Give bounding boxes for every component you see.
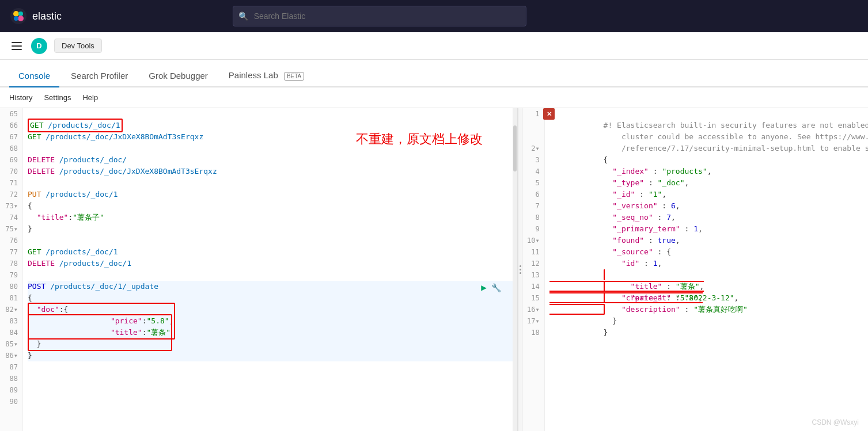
error-banner: ✕: [543, 108, 555, 120]
elastic-logo-icon: [9, 7, 28, 25]
code-line: }: [28, 223, 513, 235]
hamburger-line: [12, 42, 22, 43]
oln: 13: [527, 269, 540, 281]
code-area[interactable]: GET /products/_doc/1 GET /products/_doc/…: [23, 108, 517, 431]
ln: 70: [5, 166, 18, 177]
oln: 1: [527, 108, 540, 120]
output-panel: ✕ 1 2▾ 3 4 5 6 7 8 9 10▾ 11: [522, 108, 868, 431]
output-content: 1 2▾ 3 4 5 6 7 8 9 10▾ 11 12 13 14 1: [522, 108, 868, 431]
tab-grok-debugger[interactable]: Grok Debugger: [139, 65, 217, 87]
wrench-icon[interactable]: 🔧: [491, 282, 501, 293]
beta-badge: BETA: [284, 72, 304, 81]
search-bar[interactable]: 🔍: [233, 6, 526, 26]
ln: 89: [5, 384, 18, 396]
ln: 84: [5, 327, 18, 338]
code-line: [28, 384, 513, 396]
hamburger-line: [12, 45, 22, 47]
output-line: #! Elasticsearch built-in security featu…: [549, 108, 863, 120]
code-line: GET /products/_doc/1: [28, 246, 513, 258]
watermark: CSDN @Wsxyi: [812, 418, 859, 426]
code-line: [28, 269, 513, 281]
ln: 71: [5, 177, 18, 189]
logo: elastic: [9, 7, 62, 25]
svg-point-2: [18, 12, 23, 16]
oln: 8: [527, 212, 540, 223]
oln: 7: [527, 200, 540, 212]
redbox-highlight: GET /products/_doc/1: [28, 119, 123, 132]
code-line: DELETE /products/_doc/: [28, 154, 513, 166]
action-icons: ▶ 🔧: [481, 282, 501, 293]
oln: 3: [527, 154, 540, 166]
code-line-active: POST /products/_doc/1/_update ▶ 🔧: [28, 281, 513, 292]
search-input[interactable]: [233, 6, 526, 26]
navbar: elastic 🔍: [0, 0, 868, 32]
help-button[interactable]: Help: [82, 93, 98, 102]
code-line: "title":"薯条": [28, 327, 513, 338]
code-line: [28, 361, 513, 373]
svg-point-3: [18, 16, 24, 21]
ln: 75▾: [5, 223, 18, 235]
code-line: [28, 235, 513, 246]
svg-point-4: [14, 16, 18, 21]
ln: 87: [5, 361, 18, 373]
redbox-highlight3: "title":"薯条": [28, 314, 172, 351]
code-line: }: [28, 350, 513, 361]
ln: 74: [5, 212, 18, 223]
code-line: PUT /products/_doc/1: [28, 189, 513, 200]
code-line: GET /products/_doc/1: [28, 120, 513, 131]
line-numbers: 65 66 67 68 69 70 71 72 73▾ 74 75▾ 76 77…: [0, 108, 23, 431]
history-button[interactable]: History: [9, 93, 32, 102]
ln: 65: [5, 108, 18, 120]
oln: [527, 120, 540, 131]
ln: 90: [5, 396, 18, 407]
dev-tools-button[interactable]: Dev Tools: [54, 39, 102, 53]
tab-search-profiler[interactable]: Search Profiler: [62, 65, 137, 87]
editor-lines: 65 66 67 68 69 70 71 72 73▾ 74 75▾ 76 77…: [0, 108, 517, 431]
ln: 69: [5, 154, 18, 166]
code-line: [28, 396, 513, 407]
ln: 80: [5, 281, 18, 292]
editor-content[interactable]: 65 66 67 68 69 70 71 72 73▾ 74 75▾ 76 77…: [0, 108, 517, 431]
main-area: 65 66 67 68 69 70 71 72 73▾ 74 75▾ 76 77…: [0, 108, 868, 431]
annotation-text: 不重建，原文档上修改: [356, 134, 483, 145]
code-line: DELETE /products/_doc/1: [28, 258, 513, 269]
oln: [527, 131, 540, 143]
ln: 66: [5, 120, 18, 131]
settings-button[interactable]: Settings: [44, 93, 71, 102]
hamburger-line: [12, 49, 22, 50]
code-line: {: [28, 200, 513, 212]
oln: 18: [527, 327, 540, 338]
oln: 9: [527, 223, 540, 235]
ln: 79: [5, 269, 18, 281]
code-line: "title":"薯条子": [28, 212, 513, 223]
subheader: D Dev Tools: [0, 32, 868, 60]
oln: 17▾: [527, 315, 540, 327]
oln: 2▾: [527, 143, 540, 154]
oln: 15: [527, 292, 540, 304]
hamburger-button[interactable]: [9, 40, 24, 52]
run-icon[interactable]: ▶: [481, 282, 487, 293]
ln: 85▾: [5, 338, 18, 350]
oln: 11: [527, 246, 540, 258]
tab-painless-lab[interactable]: Painless Lab BETA: [219, 64, 313, 87]
tabbar: Console Search Profiler Grok Debugger Pa…: [0, 60, 868, 87]
scrollbar-thumb: [513, 125, 517, 171]
code-line: [28, 177, 513, 189]
oln: 10▾: [527, 235, 540, 246]
output-lines: 1 2▾ 3 4 5 6 7 8 9 10▾ 11 12 13 14 1: [522, 108, 868, 431]
code-line: {: [28, 292, 513, 304]
oln: 16▾: [527, 304, 540, 315]
ln: 68: [5, 143, 18, 154]
ln: 83: [5, 315, 18, 327]
svg-point-0: [10, 8, 26, 24]
code-line: [28, 108, 513, 120]
tab-console[interactable]: Console: [9, 65, 59, 87]
svg-point-1: [13, 11, 19, 17]
editor-scrollbar[interactable]: [513, 108, 517, 431]
ln: 76: [5, 235, 18, 246]
panel-divider[interactable]: [518, 108, 522, 431]
ln: 82▾: [5, 304, 18, 315]
oln: 14: [527, 281, 540, 292]
ln: 67: [5, 131, 18, 143]
toolbar: History Settings Help: [0, 87, 868, 108]
